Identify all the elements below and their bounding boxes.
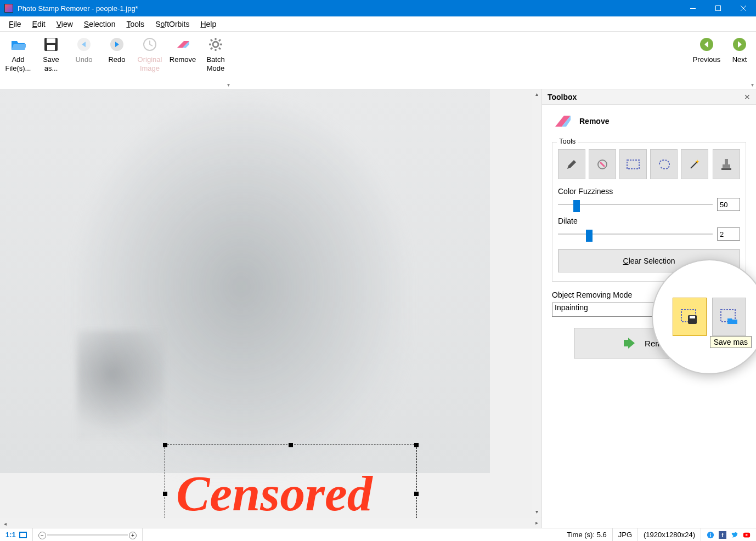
svg-point-8 [213,42,218,47]
titlebar: Photo Stamp Remover - people-1.jpg* [0,0,756,16]
toolbox-close-icon[interactable]: ✕ [744,93,751,101]
lasso-tool[interactable] [650,149,678,179]
dilate-label: Dilate [558,217,740,225]
save-mask-button[interactable] [673,298,707,336]
fuzziness-input[interactable] [717,198,740,211]
horizontal-scrollbar[interactable]: ◂ ▸ [0,518,541,528]
info-icon[interactable]: i [707,531,714,539]
close-button[interactable] [731,0,756,16]
stamp-tool[interactable] [713,149,740,179]
scroll-up-icon[interactable]: ▴ [532,89,541,99]
svg-text:f: f [721,532,724,538]
brush-tool[interactable] [589,149,616,179]
youtube-icon[interactable] [743,531,751,539]
magic-wand-tool[interactable] [681,149,708,179]
status-format: JPG [613,528,638,541]
clock-icon [141,36,159,53]
window-title: Photo Stamp Remover - people-1.jpg* [18,4,680,13]
folder-open-icon [9,36,27,53]
selection-handle[interactable] [414,443,419,447]
toolbox-panel: Toolbox ✕ Remove Tools Color Fuzziness [542,89,756,528]
minimize-button[interactable] [680,0,706,16]
watermark-text: Censored [176,464,373,522]
redo-icon [108,36,126,53]
toolbar: Add File(s)... Save as... Undo Redo Orig… [0,32,756,89]
image-stage: Censored [0,89,490,473]
menu-softorbits[interactable]: SoftOrbits [151,19,194,30]
previous-button[interactable]: Previous [691,33,723,67]
svg-rect-22 [723,164,730,168]
vertical-scrollbar[interactable]: ▴ ▾ [532,89,541,517]
tooltip: Save mas [710,336,752,348]
svg-line-14 [219,48,221,49]
canvas-area: Censored ▴ ▾ ◂ ▸ [0,89,542,528]
selection-handle[interactable] [163,492,167,496]
previous-icon [698,36,715,53]
svg-rect-1 [716,6,721,11]
section-title: Remove [579,117,609,126]
zoom-in-icon[interactable]: + [129,532,137,539]
zoom-slider[interactable]: − + [38,531,137,539]
statusbar: 1:1 − + Time (s): 5.6 JPG (1920x1280x24)… [0,528,756,541]
scroll-right-icon[interactable]: ▸ [532,518,541,528]
original-image-button[interactable]: Original Image [134,33,166,88]
undo-button[interactable]: Undo [68,33,100,88]
add-files-button[interactable]: Add File(s)... [2,33,34,88]
twitter-icon[interactable] [731,531,738,539]
status-time: Time (s): 5.6 [561,528,612,541]
undo-icon [75,36,93,53]
dilate-input[interactable] [717,227,740,241]
toolbar-overflow-right[interactable]: ▾ [751,82,754,88]
rect-select-tool[interactable] [619,149,647,179]
zoom-control: − + [33,528,143,541]
menu-view[interactable]: View [52,19,77,30]
menu-edit[interactable]: Edit [28,19,50,30]
save-icon [42,36,60,53]
toolbox-header: Toolbox ✕ [542,89,756,105]
svg-rect-21 [725,159,728,164]
toolbox-section-header: Remove [552,111,746,131]
dilate-slider[interactable] [558,229,713,240]
toolbar-overflow[interactable]: ▾ [227,82,230,88]
load-mask-button[interactable] [712,298,746,336]
remove-button[interactable]: Remove [167,33,199,88]
image-canvas[interactable]: Censored [0,89,541,528]
svg-rect-28 [20,532,26,538]
maximize-button[interactable] [706,0,731,16]
next-icon [731,36,748,53]
eraser-icon [174,36,191,53]
batch-mode-button[interactable]: Batch Mode [200,33,232,88]
save-as-button[interactable]: Save as... [35,33,67,88]
scroll-down-icon[interactable]: ▾ [532,507,541,517]
svg-rect-23 [721,168,731,170]
menu-selection[interactable]: Selection [80,19,120,30]
selection-handle[interactable] [414,492,419,496]
svg-line-13 [211,39,212,41]
fit-icon[interactable] [19,532,27,538]
fuzziness-label: Color Fuzziness [558,187,740,196]
selection-box[interactable]: Censored [165,445,417,528]
menu-file[interactable]: File [4,19,26,30]
tools-legend: Tools [557,137,578,145]
gear-icon [207,36,224,53]
fuzziness-slider[interactable] [558,199,713,210]
toolbox-title: Toolbox [548,93,577,101]
svg-rect-3 [47,38,55,43]
menu-help[interactable]: Help [196,19,221,30]
svg-text:i: i [710,532,712,538]
scroll-left-icon[interactable]: ◂ [0,519,10,528]
svg-rect-4 [47,45,55,50]
app-icon [4,4,13,13]
zoom-out-icon[interactable]: − [38,532,46,539]
selection-handle[interactable] [289,443,293,447]
menu-tools[interactable]: Tools [122,19,149,30]
selection-handle[interactable] [163,443,167,447]
facebook-icon[interactable]: f [719,531,726,539]
svg-line-15 [219,39,221,41]
pencil-tool[interactable] [558,149,585,179]
zoom-ratio[interactable]: 1:1 [0,528,33,541]
svg-rect-20 [627,160,639,169]
redo-button[interactable]: Redo [101,33,133,88]
play-icon [623,338,636,349]
next-button[interactable]: Next [724,33,755,67]
